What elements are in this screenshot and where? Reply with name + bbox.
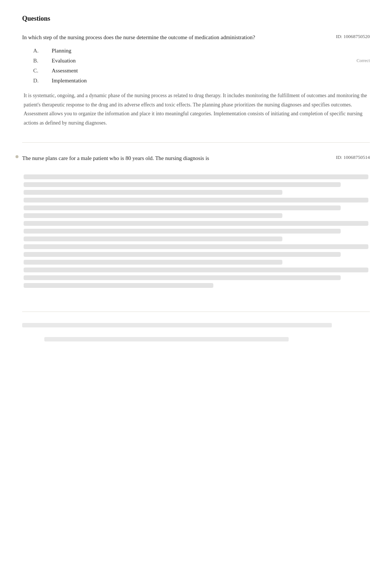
question-3-header xyxy=(22,323,370,331)
option-d-letter: D. xyxy=(33,78,52,84)
question-2-id: ID: 10068750514 xyxy=(336,154,370,160)
option-d: D. Implementation xyxy=(33,78,370,84)
option-c-letter: C. xyxy=(33,68,52,74)
blurred-content-q2 xyxy=(22,169,370,297)
section-title: Questions xyxy=(22,15,370,23)
blurred-line-3 xyxy=(24,190,282,195)
option-c: C. Assessment xyxy=(33,68,370,74)
answer-options-q1: A. Planning B. Evaluation Correct C. Ass… xyxy=(33,48,370,84)
blurred-line-6 xyxy=(24,213,282,218)
question-1-block: In which step of the nursing process doe… xyxy=(22,33,370,127)
question-1-text: In which step of the nursing process doe… xyxy=(22,33,336,42)
question-2-header: The nurse plans care for a male patient … xyxy=(22,154,370,163)
side-marker-q2 xyxy=(16,155,18,158)
question-1-explanation: It is systematic, ongoing, and a dynamic… xyxy=(24,91,370,127)
divider-1 xyxy=(22,142,370,143)
option-c-text: Assessment xyxy=(52,68,370,74)
blurred-line-13 xyxy=(24,268,368,272)
question-1-id: ID: 10068750520 xyxy=(336,33,370,40)
blurred-line-9 xyxy=(24,237,282,241)
question-3-block xyxy=(22,323,370,341)
blurred-line-11 xyxy=(24,252,341,257)
option-b: B. Evaluation Correct xyxy=(33,58,370,64)
blurred-line-7 xyxy=(24,221,368,226)
option-a-text: Planning xyxy=(52,48,370,54)
option-a-letter: A. xyxy=(33,48,52,54)
correct-badge: Correct xyxy=(357,58,370,64)
option-b-text: Evaluation xyxy=(52,58,351,64)
option-b-letter: B. xyxy=(33,58,52,64)
blurred-line-14 xyxy=(24,275,341,280)
option-d-text: Implementation xyxy=(52,78,370,84)
question-3-sub-option xyxy=(44,337,370,341)
blurred-line-8 xyxy=(24,229,341,234)
option-a: A. Planning xyxy=(33,48,370,54)
question-2-text: The nurse plans care for a male patient … xyxy=(22,154,336,163)
blurred-q3-sub xyxy=(44,337,289,341)
question-2-block: The nurse plans care for a male patient … xyxy=(22,154,370,297)
page-container: Questions In which step of the nursing p… xyxy=(0,0,392,371)
blurred-line-2 xyxy=(24,182,341,187)
blurred-q3-line1 xyxy=(22,323,332,327)
blurred-line-1 xyxy=(24,174,368,179)
blurred-line-4 xyxy=(24,198,368,203)
blurred-line-12 xyxy=(24,260,282,265)
blurred-line-5 xyxy=(24,205,341,210)
divider-2 xyxy=(22,312,370,312)
question-1-header: In which step of the nursing process doe… xyxy=(22,33,370,42)
question-3-text xyxy=(22,323,370,329)
blurred-line-15 xyxy=(24,283,213,288)
blurred-line-10 xyxy=(24,244,368,249)
